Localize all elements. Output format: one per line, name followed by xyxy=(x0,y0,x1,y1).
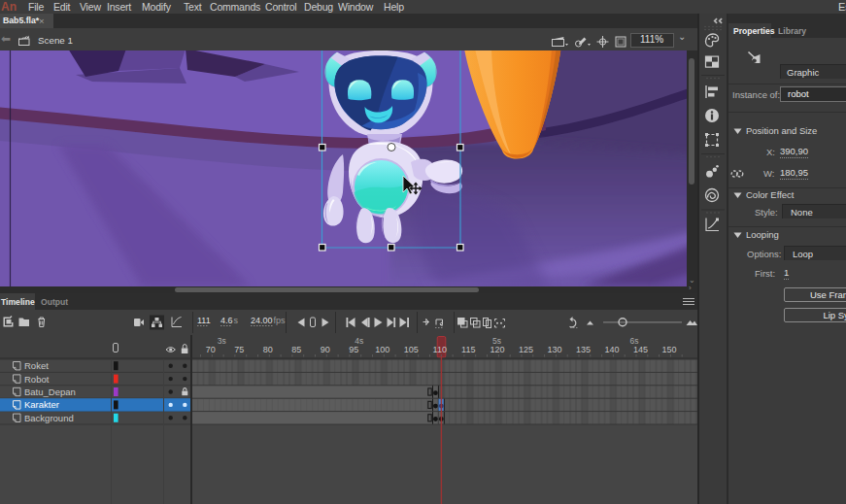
svg-text:90: 90 xyxy=(321,345,330,354)
svg-text:75: 75 xyxy=(234,345,244,354)
svg-text:140: 140 xyxy=(604,345,619,354)
svg-text:s: s xyxy=(234,316,239,325)
svg-text:150: 150 xyxy=(661,345,676,354)
svg-text:Background: Background xyxy=(24,413,74,423)
svg-text:105: 105 xyxy=(404,345,419,354)
svg-text:3s: 3s xyxy=(218,336,226,346)
svg-text:110: 110 xyxy=(433,345,447,354)
svg-text:fps: fps xyxy=(274,316,287,325)
svg-text:Karakter: Karakter xyxy=(24,399,59,410)
svg-text:70: 70 xyxy=(206,345,216,354)
svg-text:100: 100 xyxy=(375,345,389,354)
svg-text:85: 85 xyxy=(291,345,301,354)
svg-text:Batu_Depan: Batu_Depan xyxy=(24,386,76,397)
svg-text:120: 120 xyxy=(490,345,504,354)
svg-text:4s: 4s xyxy=(355,336,363,346)
svg-text:145: 145 xyxy=(633,345,648,354)
svg-text:80: 80 xyxy=(263,345,273,354)
svg-text:4.6: 4.6 xyxy=(220,316,233,325)
svg-text:Robot: Robot xyxy=(24,374,50,385)
svg-text:135: 135 xyxy=(576,345,591,354)
svg-text:6s: 6s xyxy=(630,336,639,346)
svg-text:111: 111 xyxy=(197,316,211,325)
svg-text:95: 95 xyxy=(349,345,358,354)
svg-text:115: 115 xyxy=(461,345,475,354)
svg-text:130: 130 xyxy=(547,345,561,354)
svg-text:Roket: Roket xyxy=(24,360,49,371)
svg-text:24.00: 24.00 xyxy=(251,316,273,325)
svg-text:125: 125 xyxy=(519,345,533,354)
svg-text:5s: 5s xyxy=(492,336,501,346)
